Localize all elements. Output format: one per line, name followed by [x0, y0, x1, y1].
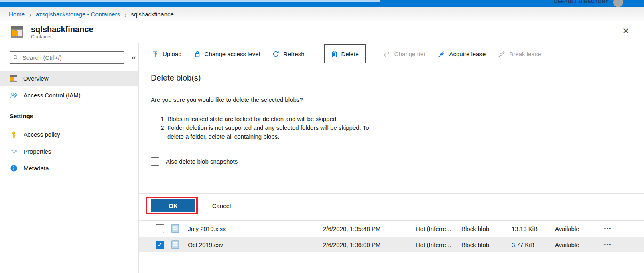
dialog-title: Delete blob(s): [151, 73, 644, 83]
delete-dialog: Delete blob(s) Are you sure you would li…: [139, 65, 644, 194]
sidebar-item-label: Access Control (IAM): [24, 92, 81, 99]
delete-button-annotation-box: Delete: [324, 44, 366, 63]
info-icon: [10, 165, 18, 172]
blob-size: 3.77 KiB: [512, 241, 555, 248]
breadcrumb-home[interactable]: Home: [9, 11, 25, 18]
toolbar-separator: [317, 49, 317, 59]
blob-type: Block blob: [461, 225, 512, 232]
sidebar-item-overview[interactable]: Overview: [0, 71, 138, 86]
blob-size: 13.13 KiB: [512, 225, 555, 232]
toolbar-label: Break lease: [509, 51, 541, 57]
sidebar-item-label: Overview: [23, 75, 49, 82]
cancel-button[interactable]: Cancel: [201, 200, 242, 212]
blob-name[interactable]: _Oct 2019.csv: [185, 241, 323, 248]
delete-snapshots-label: Also delete blob snapshots: [166, 158, 238, 165]
trash-icon: [331, 51, 337, 57]
refresh-button[interactable]: Refresh: [272, 51, 305, 57]
blob-tier: Hot (Inferre...: [416, 225, 461, 232]
blob-modified: 2/6/2020, 1:36:00 PM: [323, 241, 416, 248]
key-icon: [10, 131, 18, 138]
toolbar-separator: [371, 49, 371, 59]
search-input[interactable]: [22, 54, 121, 61]
dialog-note: Folder deletion is not supported and any…: [167, 123, 373, 141]
container-icon: [11, 26, 23, 38]
container-icon: [10, 75, 17, 82]
toolbar-label: Change access level: [205, 51, 260, 57]
row-checkbox-checked[interactable]: ✓: [156, 241, 164, 249]
ok-button-annotation-box: OK: [146, 197, 198, 214]
page-subtitle: Container: [31, 34, 93, 40]
search-icon: [13, 55, 19, 61]
blob-row[interactable]: _July 2019.xlsx 2/6/2020, 1:35:48 PM Hot…: [139, 221, 644, 236]
change-access-level-button[interactable]: Change access level: [194, 51, 260, 57]
collapse-sidebar-button[interactable]: «: [132, 53, 136, 62]
file-icon: [171, 224, 179, 233]
loading-progress-bar: [0, 0, 380, 2]
azure-top-bar: DEFAULT DIRECTORY: [0, 0, 644, 7]
sidebar-item-access-policy[interactable]: Access policy: [0, 127, 138, 142]
sidebar-item-properties[interactable]: Properties: [0, 144, 138, 159]
blob-row[interactable]: ✓ _Oct 2019.csv 2/6/2020, 1:36:00 PM Hot…: [139, 237, 644, 252]
page-title: sqlshackfinance: [31, 25, 93, 34]
sidebar-item-access-control[interactable]: Access Control (IAM): [0, 88, 138, 103]
divider: [10, 124, 129, 124]
acquire-lease-button[interactable]: Acquire lease: [438, 51, 486, 57]
dialog-notes-list: Blobs in leased state are locked for del…: [158, 115, 373, 141]
sidebar-item-metadata[interactable]: Metadata: [0, 161, 138, 176]
blob-status: Available: [555, 241, 598, 248]
row-checkbox-unchecked[interactable]: [156, 224, 164, 233]
sidebar: « Overview Access Control (IAM) Settings: [0, 43, 139, 273]
toolbar: Upload Change access level Refresh Delet…: [139, 43, 644, 65]
dialog-button-row: OK Cancel: [139, 197, 644, 214]
blob-name[interactable]: _July 2019.xlsx: [185, 225, 323, 232]
page-header: sqlshackfinance Container ✕: [0, 21, 644, 43]
ok-button[interactable]: OK: [151, 199, 195, 212]
search-box[interactable]: [10, 51, 124, 64]
user-avatar[interactable]: [613, 0, 623, 7]
blob-tier: Hot (Inferre...: [416, 241, 461, 248]
toolbar-label: Change tier: [394, 51, 426, 57]
breadcrumb-containers[interactable]: azsqlshackstorage - Containers: [36, 11, 120, 18]
break-lease-icon: [498, 51, 505, 57]
blob-type: Block blob: [461, 241, 512, 248]
main-content: Upload Change access level Refresh Delet…: [139, 43, 644, 273]
break-lease-button[interactable]: Break lease: [498, 51, 541, 57]
breadcrumb-current: sqlshackfinance: [131, 11, 174, 18]
delete-button[interactable]: Delete: [331, 51, 359, 57]
dialog-question: Are you sure you would like to delete th…: [151, 96, 644, 103]
blob-status: Available: [555, 225, 598, 232]
people-icon: [10, 92, 18, 99]
toolbar-label: Upload: [163, 51, 182, 57]
upload-icon: [152, 51, 158, 57]
row-more-menu[interactable]: •••: [598, 242, 618, 247]
file-icon: [171, 240, 179, 249]
toolbar-label: Refresh: [283, 51, 305, 57]
sliders-icon: [10, 148, 18, 155]
acquire-lease-icon: [438, 51, 445, 57]
dialog-note: Blobs in leased state are locked for del…: [167, 115, 373, 123]
chevron-right-icon: ›: [29, 9, 31, 19]
sidebar-item-label: Properties: [24, 148, 51, 155]
upload-button[interactable]: Upload: [152, 51, 182, 57]
change-tier-button[interactable]: Change tier: [383, 51, 426, 57]
sidebar-item-label: Access policy: [24, 131, 60, 138]
blob-modified: 2/6/2020, 1:35:48 PM: [323, 225, 416, 232]
directory-label: DEFAULT DIRECTORY: [554, 0, 609, 4]
lock-icon: [194, 51, 201, 57]
close-icon[interactable]: ✕: [622, 26, 630, 36]
blob-list: _July 2019.xlsx 2/6/2020, 1:35:48 PM Hot…: [139, 220, 644, 252]
sidebar-item-label: Metadata: [24, 165, 49, 172]
refresh-icon: [272, 51, 279, 57]
toolbar-label: Acquire lease: [449, 51, 486, 57]
delete-snapshots-checkbox[interactable]: [151, 157, 159, 166]
change-tier-icon: [383, 51, 390, 57]
row-more-menu[interactable]: •••: [598, 226, 618, 231]
chevron-right-icon: ›: [124, 9, 126, 19]
sidebar-section-settings: Settings: [10, 113, 138, 119]
toolbar-label: Delete: [341, 51, 359, 57]
breadcrumb: Home › azsqlshackstorage - Containers › …: [0, 7, 644, 21]
